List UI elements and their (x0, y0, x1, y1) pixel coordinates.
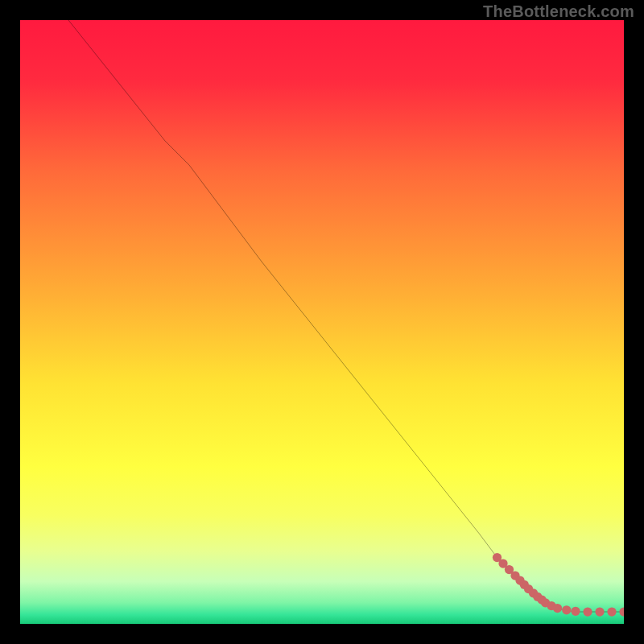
tail-dot (607, 607, 616, 616)
tail-dot (595, 607, 604, 616)
tail-dot (583, 607, 592, 616)
gradient-background (20, 20, 624, 624)
plot-area (20, 20, 624, 624)
tail-dot (553, 604, 562, 613)
chart-frame: TheBottleneck.com (0, 0, 644, 644)
gradient-chart-svg (20, 20, 624, 624)
tail-dot (571, 607, 580, 616)
tail-dot (562, 605, 571, 614)
watermark-text: TheBottleneck.com (483, 2, 634, 21)
